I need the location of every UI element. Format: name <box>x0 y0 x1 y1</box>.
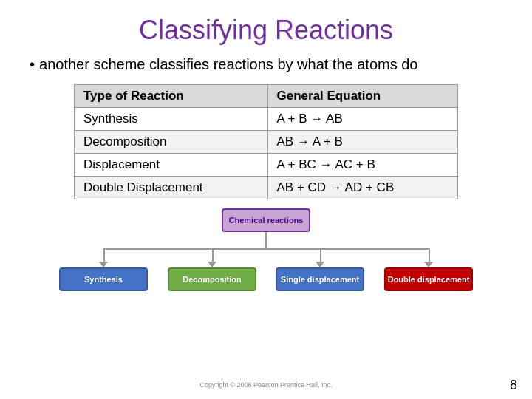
row4-equation: AB + CD → AD + CB <box>267 177 458 200</box>
table-row: Double Displacement AB + CD → AD + CB <box>75 177 458 200</box>
reaction-table-container: Type of Reaction General Equation Synthe… <box>74 84 502 200</box>
table-row: Decomposition AB → A + B <box>75 131 458 154</box>
subtitle-content: another scheme classifies reactions by w… <box>39 56 417 72</box>
arrow-down-3 <box>316 262 324 267</box>
row2-equation: AB → A + B <box>267 131 458 154</box>
slide: Classifying Reactions •another scheme cl… <box>0 0 532 399</box>
row2-type: Decomposition <box>75 131 268 154</box>
page-number: 8 <box>510 378 517 393</box>
row3-equation: A + BC → AC + B <box>267 154 458 177</box>
connector-vertical-main <box>265 232 267 248</box>
arrow-down-2 <box>208 262 216 267</box>
reaction-diagram: Chemical reactions Synthesis Decompositi… <box>59 208 517 297</box>
slide-title: Classifying Reactions <box>30 15 502 46</box>
col-header-type: Type of Reaction <box>75 85 268 108</box>
arrow-down-4 <box>424 262 433 267</box>
single-displacement-box: Single displacement <box>276 267 364 291</box>
connector-horizontal <box>103 248 429 250</box>
row1-type: Synthesis <box>75 108 268 131</box>
chem-reactions-box: Chemical reactions <box>222 208 310 232</box>
connector-v2 <box>212 248 214 263</box>
arrow-down-1 <box>99 262 108 267</box>
row4-type: Double Displacement <box>75 177 268 200</box>
connector-v3 <box>320 248 321 263</box>
table-header-row: Type of Reaction General Equation <box>75 85 458 108</box>
connector-v1 <box>103 248 105 263</box>
row3-type: Displacement <box>75 154 268 177</box>
table-row: Displacement A + BC → AC + B <box>75 154 458 177</box>
connector-v4 <box>429 248 430 263</box>
subtitle-text: •another scheme classifies reactions by … <box>30 55 502 74</box>
double-displacement-box: Double displacement <box>384 267 473 291</box>
copyright-text: Copyright © 2006 Pearson Prentice Hall, … <box>200 381 332 389</box>
col-header-equation: General Equation <box>267 85 458 108</box>
table-row: Synthesis A + B → AB <box>75 108 458 131</box>
reaction-table: Type of Reaction General Equation Synthe… <box>74 84 458 200</box>
bullet-point: • <box>30 56 35 72</box>
row1-equation: A + B → AB <box>267 108 458 131</box>
decomposition-box: Decomposition <box>168 267 256 291</box>
synthesis-box: Synthesis <box>59 267 148 291</box>
